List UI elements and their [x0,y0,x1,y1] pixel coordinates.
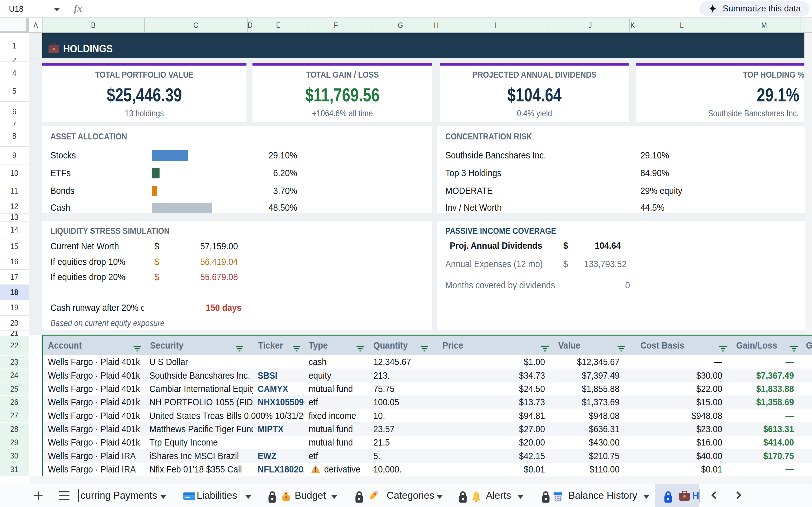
svg-text:$: $ [285,495,287,500]
